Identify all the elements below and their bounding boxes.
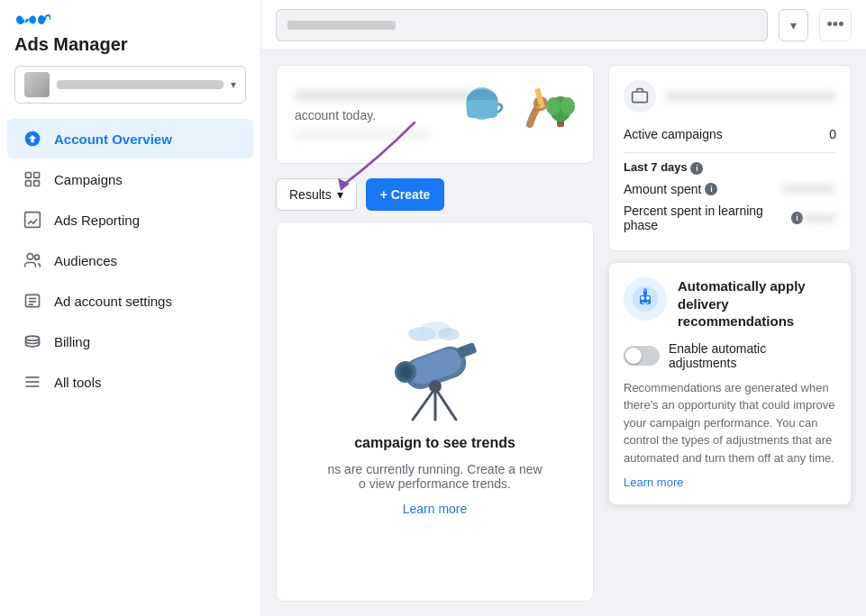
active-campaigns-value: 0 — [829, 127, 836, 141]
svg-rect-3 — [26, 181, 32, 186]
sidebar-item-ad-account-settings[interactable]: Ad account settings — [7, 281, 253, 321]
results-button[interactable]: Results ▾ — [276, 178, 357, 211]
svg-point-12 — [26, 336, 40, 340]
menu-icon — [22, 371, 43, 393]
rec-icon — [624, 277, 667, 321]
desk-illustration-icon — [512, 75, 575, 133]
rec-title: Automatically apply delivery recommendat… — [678, 277, 836, 331]
search-input-area[interactable] — [276, 9, 768, 41]
sidebar-item-label: Ad account settings — [54, 294, 172, 309]
right-panel: Active campaigns 0 Last 7 days i Amount … — [608, 65, 852, 602]
stats-name-area — [665, 92, 836, 101]
create-label: + Create — [380, 187, 431, 202]
svg-point-26 — [561, 97, 575, 115]
sidebar-header — [0, 0, 260, 34]
svg-point-34 — [400, 367, 411, 377]
account-avatar — [24, 72, 50, 97]
sidebar-item-label: Campaigns — [54, 172, 123, 187]
app-title: Ads Manager — [0, 34, 260, 66]
more-options-button[interactable]: ••• — [819, 9, 852, 41]
telescope-icon — [386, 307, 485, 424]
recommendations-card: Automatically apply delivery recommendat… — [608, 262, 852, 505]
percent-learning-value — [803, 213, 836, 222]
sidebar-item-account-overview[interactable]: Account Overview — [7, 119, 253, 159]
billing-icon — [22, 331, 43, 352]
chart-icon — [22, 209, 43, 231]
results-chevron-icon: ▾ — [337, 187, 343, 202]
more-icon: ••• — [827, 15, 844, 34]
left-panel: account today. — [276, 65, 594, 602]
sidebar-item-label: Audiences — [54, 253, 117, 268]
top-dropdown[interactable]: ▾ — [779, 9, 808, 41]
grid-icon — [22, 168, 43, 190]
info-icon[interactable]: i — [690, 162, 703, 175]
svg-point-25 — [546, 97, 561, 115]
account-selector[interactable]: ▾ — [14, 66, 246, 104]
svg-line-27 — [413, 388, 435, 420]
people-icon — [22, 249, 43, 271]
percent-learning-label: Percent spent in learning phase i — [624, 204, 803, 232]
active-campaigns-label: Active campaigns — [624, 127, 723, 141]
sidebar: Ads Manager ▾ Account Overview — [0, 0, 261, 616]
active-campaigns-row: Active campaigns 0 — [624, 123, 836, 145]
banner-sub-text — [295, 130, 430, 139]
chevron-down-icon: ▾ — [231, 78, 236, 91]
campaign-desc: ns are currently running. Create a new o… — [327, 462, 542, 491]
sidebar-item-campaigns[interactable]: Campaigns — [7, 159, 253, 199]
svg-rect-19 — [467, 100, 497, 118]
campaign-title: campaign to see trends — [354, 435, 515, 451]
svg-point-39 — [438, 328, 460, 340]
rec-learn-more-link[interactable]: Learn more — [624, 476, 683, 489]
search-text — [287, 21, 396, 30]
campaign-card: campaign to see trends ns are currently … — [276, 222, 594, 602]
percent-info-icon[interactable]: i — [791, 212, 803, 224]
toggle-knob — [625, 348, 642, 364]
account-name — [57, 80, 223, 89]
meta-logo — [14, 13, 50, 27]
svg-rect-4 — [34, 181, 40, 186]
svg-rect-2 — [34, 173, 40, 178]
amount-spent-label: Amount spent i — [624, 182, 717, 196]
percent-learning-row: Percent spent in learning phase i — [624, 200, 836, 236]
stats-header — [624, 80, 836, 113]
sidebar-item-label: Ads Reporting — [54, 213, 140, 228]
toggle-row: Enable automatic adjustments — [624, 341, 836, 370]
results-label: Results — [289, 187, 332, 202]
dropdown-arrow: ▾ — [790, 18, 797, 32]
campaign-learn-more-link[interactable]: Learn more — [403, 502, 468, 516]
svg-line-29 — [435, 388, 456, 420]
cup-icon — [460, 75, 505, 124]
sidebar-item-label: All tools — [54, 375, 102, 390]
svg-rect-40 — [633, 92, 648, 103]
sidebar-item-all-tools[interactable]: All tools — [7, 362, 253, 402]
banner-text: account today. — [295, 108, 475, 122]
action-bar: Results ▾ + Create — [276, 178, 594, 211]
create-button[interactable]: + Create — [366, 178, 445, 211]
stats-account-name — [665, 92, 836, 101]
sidebar-item-ads-reporting[interactable]: Ads Reporting — [7, 200, 253, 240]
svg-point-36 — [429, 380, 442, 393]
toggle-switch[interactable] — [624, 346, 660, 366]
svg-point-46 — [643, 288, 647, 292]
stats-avatar-icon — [624, 80, 656, 113]
amount-info-icon[interactable]: i — [705, 183, 717, 195]
sidebar-item-label: Billing — [54, 334, 90, 349]
svg-point-44 — [646, 296, 650, 300]
banner-main-text — [295, 90, 475, 101]
stats-divider — [624, 152, 836, 153]
content-grid: account today. — [261, 50, 866, 616]
last7days-title: Last 7 days i — [624, 160, 836, 175]
top-bar: ▾ ••• — [261, 0, 866, 50]
sidebar-item-label: Account Overview — [54, 131, 172, 147]
amount-spent-row: Amount spent i — [624, 178, 836, 200]
rec-header: Automatically apply delivery recommendat… — [624, 277, 836, 331]
svg-rect-1 — [26, 173, 32, 178]
sidebar-item-billing[interactable]: Billing — [7, 322, 253, 361]
sidebar-nav: Account Overview Campaigns — [0, 118, 260, 403]
recommendations-icon — [631, 285, 660, 313]
main-content: ▾ ••• account today. — [261, 0, 866, 616]
settings-list-icon — [22, 290, 43, 312]
svg-point-7 — [35, 255, 40, 259]
svg-point-43 — [641, 296, 644, 300]
sidebar-item-audiences[interactable]: Audiences — [7, 240, 253, 280]
